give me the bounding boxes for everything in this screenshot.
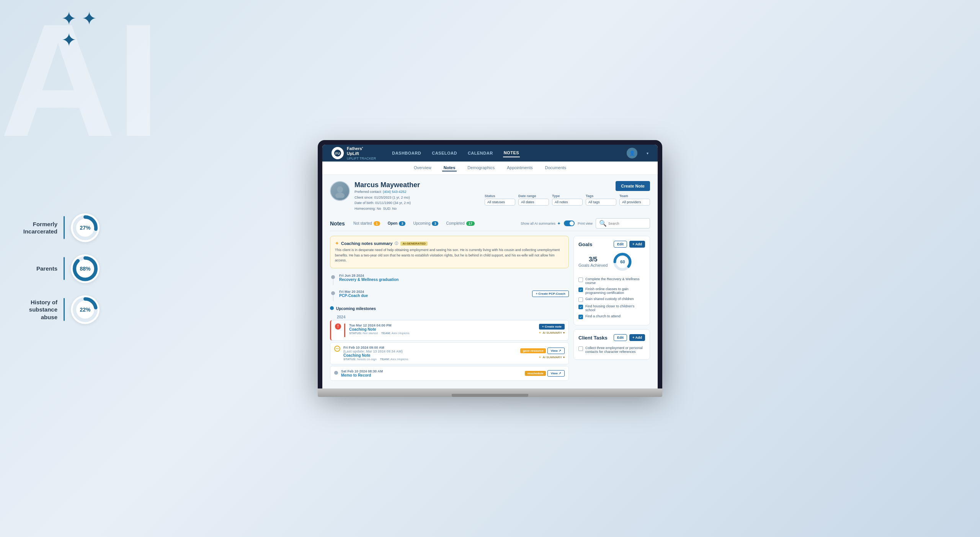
nav-notes[interactable]: NOTES (503, 149, 520, 157)
filter-type: Type All notes (552, 194, 583, 206)
nav-chevron[interactable]: ▾ (647, 151, 648, 155)
tab-open[interactable]: Open 3 (385, 220, 408, 227)
timeline-dot-graduation (331, 275, 335, 279)
nav-calendar[interactable]: CALENDAR (467, 149, 494, 157)
logo-text: Fathers' UpLift UPLIFT TRACKER (347, 146, 376, 160)
goals-add-button[interactable]: + Add (629, 241, 645, 248)
note-title-1[interactable]: Coaching Note (349, 327, 410, 331)
nav-caseload[interactable]: CASELOAD (431, 149, 458, 157)
view-btn-2[interactable]: View ↗ (547, 348, 565, 354)
ai-summary-header: ✦ Coaching notes summary ⓘ AI-GENERATED (335, 241, 564, 246)
create-note-btn-1[interactable]: + Create note (539, 324, 565, 330)
goal-checkbox-1[interactable]: ✓ (578, 287, 583, 292)
stat-label-2: History of substance abuse (15, 298, 57, 321)
app-nav: FU Fathers' UpLift UPLIFT TRACKER DASHBO… (322, 145, 658, 162)
laptop-bezel: FU Fathers' UpLift UPLIFT TRACKER DASHBO… (318, 140, 662, 388)
filter-type-label: Type (552, 194, 583, 198)
client-tasks-title: Client Tasks (578, 335, 608, 341)
goals-numbers: 3/5 Goals Achieved (578, 256, 608, 268)
content-area: Marcus Mayweather Preferred contact: (40… (322, 175, 658, 388)
note-title-2[interactable]: Coaching Note (343, 353, 408, 357)
ai-summary-btn-2[interactable]: ✦ AI SUMMARY ▾ (539, 356, 565, 359)
goals-achieved-label: Goals Achieved (578, 263, 608, 268)
client-header: Marcus Mayweather Preferred contact: (40… (330, 181, 650, 211)
timeline-item-graduation: Fri Jun 28 2024 Recovery & Wellness grad… (330, 271, 569, 287)
client-since: 01/25/2023 (1 yr, 2 mo) (374, 196, 410, 199)
goal-checkbox-3[interactable]: ✓ (578, 305, 583, 309)
tab-not-started[interactable]: Not started 1 (351, 220, 382, 227)
timeline-content-pcp: Fri Mar 20 2024 PCP-Coach due + Create P… (339, 290, 569, 298)
search-box: 🔍 (596, 218, 650, 229)
stat-substance-abuse: History of substance abuse 22% (15, 295, 100, 324)
timeline-title-graduation[interactable]: Recovery & Wellness graduation (339, 277, 399, 282)
subnav-documents[interactable]: Documents (543, 165, 568, 171)
print-view-toggle[interactable] (564, 220, 575, 226)
filter-tags-select[interactable]: All tags (586, 199, 616, 206)
subnav-demographics[interactable]: Demographics (466, 165, 496, 171)
task-label-0: Collect three employment or personal con… (585, 346, 645, 354)
homecoming-label: Homecoming: (354, 207, 376, 211)
tasks-add-button[interactable]: + Add (629, 334, 645, 341)
tab-completed[interactable]: Completed 17 (444, 220, 477, 227)
create-pcp-coach-button[interactable]: + Create PCP-Coach (532, 291, 569, 297)
laptop-base (318, 388, 662, 397)
chevron-down-icon-1: ▾ (563, 331, 565, 335)
goals-percent-label: 60 (620, 260, 625, 264)
tab-open-badge: 3 (399, 221, 405, 226)
client-phone[interactable]: (404) 543-4252 (383, 190, 407, 194)
ai-summary-btn-1[interactable]: ✦ AI SUMMARY ▾ (539, 331, 565, 335)
tab-upcoming[interactable]: Upcoming 3 (411, 220, 441, 227)
subnav-appointments[interactable]: Appointments (505, 165, 534, 171)
show-all-summaries-toggle[interactable]: Show all AI summaries ✦ (521, 221, 561, 226)
client-avatar (330, 181, 350, 201)
show-summaries-label: Show all AI summaries (521, 222, 555, 225)
dob-label: Date of birth: (354, 201, 374, 205)
filter-row: Status All statuses Date range All dates (485, 194, 650, 206)
tab-not-started-label: Not started (353, 221, 372, 225)
ai-summary-card: ✦ Coaching notes summary ⓘ AI-GENERATED … (330, 236, 569, 268)
status-label-2: STATUS: (343, 357, 356, 361)
note-date-1: Tue Mar 12 2024 04:00 PM (349, 323, 410, 327)
nav-dashboard[interactable]: DASHBOARD (391, 149, 422, 157)
search-input[interactable] (608, 222, 647, 225)
overdue-bar (344, 323, 345, 337)
task-item-0: Collect three employment or personal con… (578, 345, 645, 355)
timeline-title-pcp[interactable]: PCP-Coach due (339, 294, 368, 298)
goal-label-1: Finish online classes to gain programmin… (585, 287, 645, 295)
timeline-item-pcp: Fri Mar 20 2024 PCP-Coach due + Create P… (330, 287, 569, 304)
note-title-3[interactable]: Memo to Record (341, 373, 383, 377)
goal-checkbox-2[interactable] (578, 297, 583, 302)
note-status-1: STATUS: Not started TEAM: Alex Hopkins (349, 331, 410, 335)
subnav-overview[interactable]: Overview (412, 165, 433, 171)
goals-actions: Edit + Add (614, 241, 645, 248)
goals-edit-button[interactable]: Edit (614, 241, 627, 248)
client-header-right: Create Note Status All statuses Date ran… (485, 181, 650, 206)
stat-value-1: 88% (80, 266, 90, 272)
goal-checkbox-0[interactable] (578, 277, 583, 282)
goals-achieved-count: 3/5 (578, 256, 608, 263)
ai-summary-text: This client is in desperate need of help… (335, 248, 564, 263)
goals-achieved-numbers: 3/5 Goals Achieved (578, 256, 608, 268)
tab-upcoming-badge: 3 (432, 221, 438, 226)
timeline: Fri Jun 28 2024 Recovery & Wellness grad… (330, 271, 569, 382)
view-btn-3[interactable]: View ↗ (547, 370, 565, 377)
timeline-dot-memo (334, 371, 338, 375)
filter-daterange-select[interactable]: All dates (518, 199, 549, 206)
search-icon: 🔍 (599, 220, 607, 227)
task-checkbox-0[interactable] (578, 346, 583, 351)
svg-text:FU: FU (335, 152, 340, 155)
filter-type-select[interactable]: All notes (552, 199, 583, 206)
subnav-notes[interactable]: Notes (442, 165, 457, 171)
nav-avatar[interactable]: 👤 (627, 148, 637, 158)
year-2024-label: 2024 (330, 313, 569, 320)
create-note-button[interactable]: Create Note (616, 181, 650, 191)
client-since-label: Client since: (354, 196, 373, 199)
tag-reschedule: reschedule (525, 371, 546, 376)
app-logo: FU Fathers' UpLift UPLIFT TRACKER (332, 146, 376, 160)
tasks-edit-button[interactable]: Edit (614, 334, 627, 341)
goal-checkbox-4[interactable]: ✓ (578, 315, 583, 319)
filter-status-select[interactable]: All statuses (485, 199, 515, 206)
team-label-1: TEAM: (381, 331, 391, 335)
laptop-screen: FU Fathers' UpLift UPLIFT TRACKER DASHBO… (322, 145, 658, 388)
filter-team-select[interactable]: All providers (619, 199, 650, 206)
